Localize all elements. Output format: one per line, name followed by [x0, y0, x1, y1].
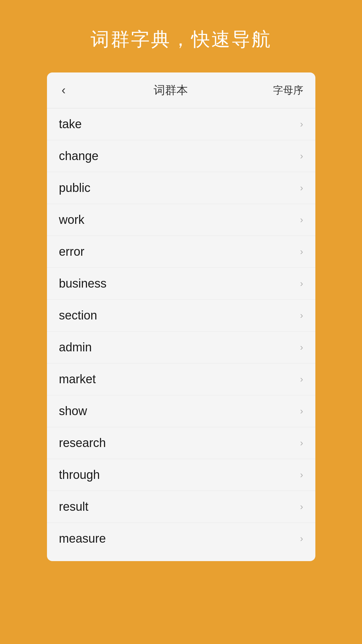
list-item[interactable]: result›: [47, 491, 315, 523]
list-item[interactable]: business›: [47, 268, 315, 300]
list-item[interactable]: take›: [47, 108, 315, 140]
page-title: 词群字典，快速导航: [91, 27, 272, 52]
back-button[interactable]: ‹: [59, 82, 68, 99]
sort-button[interactable]: 字母序: [273, 84, 303, 97]
word-label: section: [59, 308, 97, 323]
word-label: public: [59, 181, 91, 195]
word-list: take›change›public›work›error›business›s…: [47, 108, 315, 554]
word-label: result: [59, 500, 89, 514]
chevron-right-icon: ›: [300, 469, 303, 480]
word-label: admin: [59, 340, 92, 354]
word-list-card: ‹ 词群本 字母序 take›change›public›work›error›…: [47, 72, 315, 561]
card-header: ‹ 词群本 字母序: [47, 72, 315, 108]
word-label: work: [59, 213, 85, 227]
list-item[interactable]: error›: [47, 236, 315, 268]
chevron-right-icon: ›: [300, 374, 303, 385]
word-label: market: [59, 372, 96, 386]
list-item[interactable]: section›: [47, 300, 315, 332]
word-label: error: [59, 245, 85, 259]
word-label: measure: [59, 532, 106, 546]
chevron-right-icon: ›: [300, 406, 303, 416]
word-label: take: [59, 117, 82, 131]
list-item[interactable]: show›: [47, 395, 315, 427]
word-label: business: [59, 277, 107, 291]
word-label: research: [59, 436, 106, 450]
chevron-right-icon: ›: [300, 119, 303, 130]
chevron-right-icon: ›: [300, 278, 303, 289]
word-label: change: [59, 149, 99, 163]
chevron-right-icon: ›: [300, 342, 303, 353]
chevron-right-icon: ›: [300, 183, 303, 193]
chevron-right-icon: ›: [300, 151, 303, 161]
list-item[interactable]: change›: [47, 140, 315, 172]
list-item[interactable]: through›: [47, 459, 315, 491]
chevron-right-icon: ›: [300, 533, 303, 544]
word-label: through: [59, 468, 100, 482]
card-title: 词群本: [154, 83, 188, 98]
list-item[interactable]: research›: [47, 427, 315, 459]
chevron-right-icon: ›: [300, 438, 303, 448]
list-item[interactable]: market›: [47, 363, 315, 395]
chevron-right-icon: ›: [300, 310, 303, 321]
list-item[interactable]: work›: [47, 204, 315, 236]
list-item[interactable]: public›: [47, 172, 315, 204]
word-label: show: [59, 404, 87, 418]
chevron-right-icon: ›: [300, 214, 303, 225]
chevron-right-icon: ›: [300, 501, 303, 512]
list-item[interactable]: measure›: [47, 523, 315, 554]
chevron-right-icon: ›: [300, 246, 303, 257]
list-item[interactable]: admin›: [47, 332, 315, 363]
